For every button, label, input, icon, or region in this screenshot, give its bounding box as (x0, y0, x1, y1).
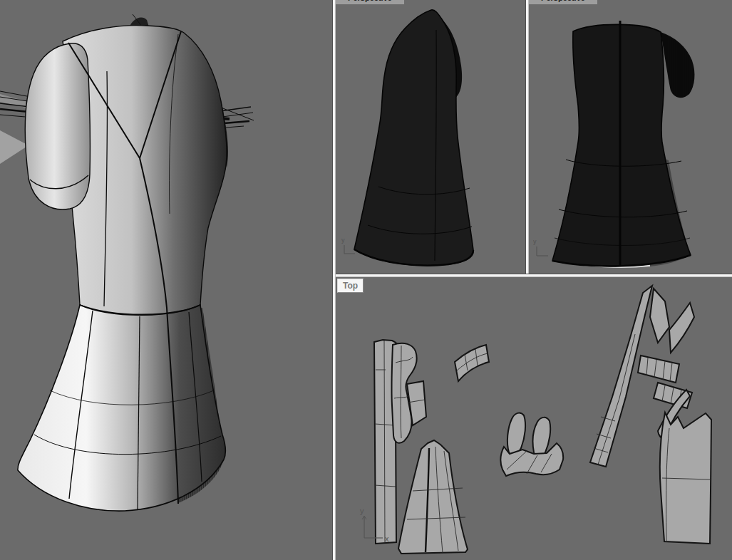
dress-mesh-back-view[interactable] (552, 21, 694, 268)
pattern-piece-small-panel[interactable] (455, 345, 489, 381)
viewport-perspective-1[interactable]: Perspective (336, 0, 525, 274)
dress-mesh-side-view[interactable] (354, 10, 473, 266)
viewport-main-perspective[interactable] (0, 0, 332, 560)
viewport-label-text: Perspective (541, 0, 585, 2)
viewport-label-text: Top (343, 281, 358, 291)
svg-text:y: y (341, 237, 345, 244)
perspective1-canvas[interactable]: y (336, 0, 525, 274)
viewport-label-perspective-1[interactable]: Perspective (336, 0, 404, 4)
pattern-piece-front-panel[interactable] (660, 413, 711, 544)
cplane-axis-gizmo-icon: y (533, 238, 548, 256)
viewport-top[interactable]: Top (336, 277, 732, 560)
viewport-label-perspective-2[interactable]: Perspective (529, 0, 597, 4)
cplane-arrow-widget (0, 130, 29, 164)
viewport-splitter-vertical-main[interactable] (332, 0, 336, 560)
pattern-pieces[interactable] (374, 286, 711, 554)
main-viewport-canvas[interactable] (0, 0, 332, 560)
pattern-piece-bodice[interactable] (501, 413, 564, 476)
pattern-piece-skirt-panel[interactable] (398, 440, 468, 554)
axis-y-label: y (360, 507, 364, 515)
svg-text:y: y (533, 238, 537, 245)
dress-seam-lines (18, 26, 227, 512)
viewport-perspective-2[interactable]: Perspective (529, 0, 732, 274)
viewport-label-top[interactable]: Top (337, 279, 364, 293)
axis-x-label: x (385, 534, 389, 543)
viewport-label-text: Perspective (348, 0, 392, 2)
top-viewport-canvas[interactable]: y x (336, 277, 732, 560)
perspective2-canvas[interactable]: y (529, 0, 732, 274)
pattern-piece-collar[interactable] (392, 343, 426, 443)
viewport-splitter-horizontal[interactable] (336, 274, 732, 277)
viewport-splitter-vertical-top[interactable] (525, 0, 529, 274)
dress-mesh-front-view[interactable] (18, 14, 228, 511)
cplane-axis-gizmo-icon: y (341, 237, 355, 254)
cad-application-window: { "viewports": { "main": { "content": "3… (0, 0, 732, 560)
